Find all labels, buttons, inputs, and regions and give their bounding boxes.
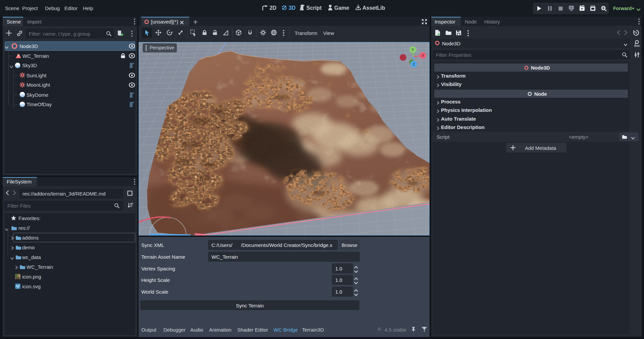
svg-text:X: X — [422, 53, 424, 57]
svg-text:DOC: DOC — [634, 44, 640, 47]
svg-text:Z: Z — [413, 62, 415, 66]
svg-text:Y: Y — [411, 48, 414, 52]
